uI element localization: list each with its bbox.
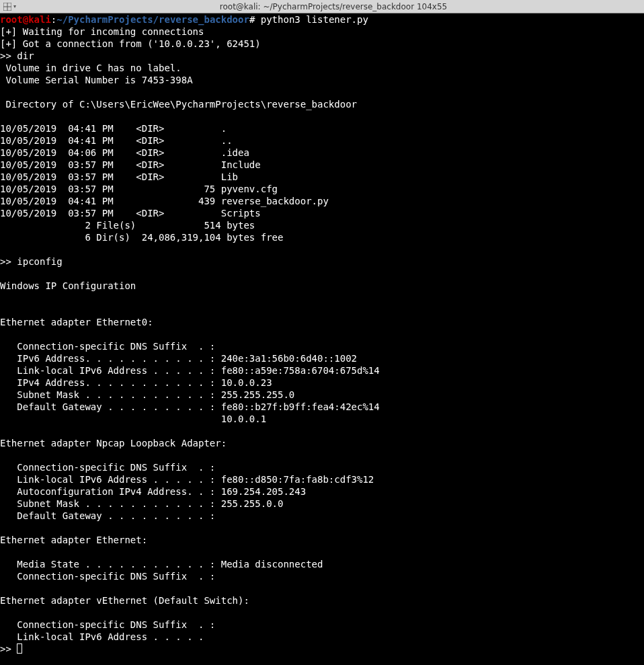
output-line: Connection-specific DNS Suffix . : (0, 341, 215, 352)
output-line: Directory of C:\Users\EricWee\PycharmPro… (0, 99, 357, 110)
prompt-path: /PycharmProjects/reverse_backdoor (63, 14, 249, 25)
dropdown-icon[interactable]: ▾ (13, 3, 23, 9)
output-line: 10/05/2019 03:57 PM <DIR> Include (0, 159, 261, 170)
output-line: 10/05/2019 04:41 PM 439 reverse_backdoor… (0, 196, 329, 206)
output-line: 10/05/2019 04:41 PM <DIR> .. (0, 135, 233, 146)
output-line: Default Gateway . . . . . . . . . : (0, 510, 215, 521)
output-line: Default Gateway . . . . . . . . . : fe80… (0, 401, 380, 412)
prompt-tilde: ~ (56, 14, 62, 25)
output-line: IPv4 Address. . . . . . . . . . . : 10.0… (0, 377, 272, 388)
output-line: Subnet Mask . . . . . . . . . . . : 255.… (0, 389, 294, 400)
output-line: Autoconfiguration IPv4 Address. . : 169.… (0, 486, 306, 497)
output-line: 6 Dir(s) 24,086,319,104 bytes free (0, 232, 283, 243)
output-line: Connection-specific DNS Suffix . : (0, 571, 215, 582)
output-line: IPv6 Address. . . . . . . . . . . : 240e… (0, 353, 357, 364)
output-line: Ethernet adapter Npcap Loopback Adapter: (0, 438, 227, 448)
window-titlebar: ▾ root@kali: ~/PycharmProjects/reverse_b… (0, 0, 644, 13)
terminal-output[interactable]: root@kali:~/PycharmProjects/reverse_back… (0, 13, 644, 655)
output-line: [+] Got a connection from ('10.0.0.23', … (0, 38, 261, 49)
output-line: >> dir (0, 50, 34, 61)
terminal-icon (2, 1, 13, 12)
output-line: Volume Serial Number is 7453-398A (0, 75, 193, 85)
output-line: Connection-specific DNS Suffix . : (0, 462, 215, 473)
output-line: Media State . . . . . . . . . . . : Medi… (0, 559, 323, 570)
output-line: Ethernet adapter vEthernet (Default Swit… (0, 595, 249, 606)
prompt-user-host: root@kali (0, 14, 51, 25)
output-line: Windows IP Configuration (0, 280, 136, 291)
output-line: 10/05/2019 04:06 PM <DIR> .idea (0, 147, 249, 158)
cursor (17, 643, 22, 654)
output-line: [+] Waiting for incoming connections (0, 26, 204, 37)
output-prompt: >> (0, 643, 17, 654)
output-line: 10/05/2019 03:57 PM <DIR> Scripts (0, 208, 261, 219)
window-title: root@kali: ~/PycharmProjects/reverse_bac… (23, 2, 644, 11)
output-line: Volume in drive C has no label. (0, 63, 182, 73)
output-line: Ethernet adapter Ethernet: (0, 535, 147, 545)
output-line: Ethernet adapter Ethernet0: (0, 317, 153, 327)
svg-rect-2 (7, 3, 8, 11)
output-line: Link-local IPv6 Address . . . . . (0, 631, 204, 642)
output-line: 10.0.0.1 (0, 414, 266, 424)
output-line: 10/05/2019 04:41 PM <DIR> . (0, 123, 227, 134)
output-line: Subnet Mask . . . . . . . . . . . : 255.… (0, 498, 283, 509)
output-line: Link-local IPv6 Address . . . . . : fe80… (0, 474, 374, 485)
output-line: 10/05/2019 03:57 PM 75 pyvenv.cfg (0, 184, 278, 194)
prompt-command: python3 listener.py (255, 14, 368, 25)
output-line: Link-local IPv6 Address . . . . . : fe80… (0, 365, 380, 376)
output-line: >> ipconfig (0, 256, 63, 267)
output-line: 10/05/2019 03:57 PM <DIR> Lib (0, 171, 238, 182)
output-line: 2 File(s) 514 bytes (0, 220, 255, 231)
output-line: Connection-specific DNS Suffix . : (0, 619, 215, 630)
